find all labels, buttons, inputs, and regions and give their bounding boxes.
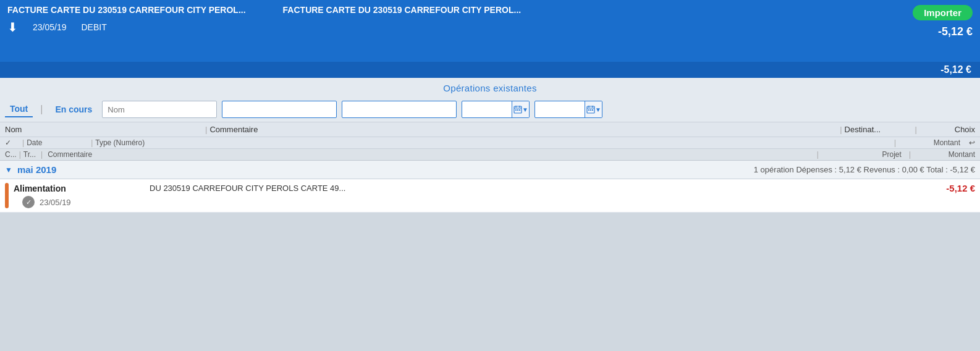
svg-rect-13: [592, 109, 593, 111]
month-label: mai 2019: [17, 164, 56, 175]
col-comment-sub-header: Commentaire: [48, 150, 814, 159]
pipe2: |: [205, 125, 207, 134]
col-c-header: C...: [5, 150, 17, 159]
col-date-header: Date: [27, 138, 88, 147]
date2-dropdown-icon: ▼: [595, 106, 601, 113]
pipe7: |: [894, 138, 896, 147]
col-check-header: ✓: [5, 138, 20, 147]
header-title1: FACTURE CARTE DU 230519 CARREFOUR CITY P…: [7, 5, 246, 15]
pipe10: |: [817, 150, 819, 159]
svg-rect-6: [519, 109, 520, 111]
date1-wrapper: 28/04/19 ▼: [462, 101, 530, 118]
col-nom-header: Nom: [5, 125, 203, 134]
date1-filter-input[interactable]: 28/04/19: [462, 103, 512, 117]
table-header-row3: C... | Tr... | Commentaire | Projet | Mo…: [0, 149, 980, 161]
header-right: Importer -5,12 €: [913, 5, 973, 38]
col-montant-header3: Montant: [913, 150, 975, 159]
header-left: FACTURE CARTE DU 230519 CARREFOUR CITY P…: [7, 5, 913, 35]
operations-header: Opérations existantes: [0, 78, 980, 97]
date1-dropdown-icon: ▼: [522, 106, 528, 113]
category-color-bar: [5, 183, 9, 208]
date2-calendar-button[interactable]: ▼: [585, 101, 602, 117]
month-chevron-icon[interactable]: ▼: [5, 166, 12, 174]
transaction-content: Alimentation DU 230519 CARREFOUR CITY PE…: [5, 183, 975, 208]
top-header: FACTURE CARTE DU 230519 CARREFOUR CITY P…: [0, 0, 980, 62]
svg-rect-4: [515, 109, 517, 111]
table-header-row1: Nom | Commentaire | Destinat... | Choix: [0, 122, 980, 137]
header-title2: FACTURE CARTE DU 230519 CARREFOUR CITY P…: [283, 5, 522, 15]
pipe6: |: [91, 138, 93, 147]
col-comment-header: Commentaire: [209, 125, 837, 134]
transaction-bottom: ✓ 23/05/19: [14, 196, 975, 208]
header-amount: -5,12 €: [938, 25, 973, 38]
transaction-row[interactable]: Alimentation DU 230519 CARREFOUR CITY PE…: [0, 179, 980, 213]
total-row: -5,12 €: [0, 62, 980, 78]
nom-filter-input[interactable]: [102, 101, 217, 118]
import-button[interactable]: Importer: [913, 5, 973, 20]
transaction-check-icon[interactable]: ✓: [22, 196, 35, 208]
download-icon: ⬇: [7, 20, 18, 35]
transaction-top: Alimentation DU 230519 CARREFOUR CITY PE…: [14, 183, 975, 193]
amount1-filter-input[interactable]: -5,12: [222, 101, 337, 118]
calendar2-icon: [586, 105, 595, 114]
pipe8: |: [19, 150, 21, 159]
transaction-date: 23/05/19: [40, 198, 71, 207]
svg-rect-12: [590, 109, 591, 111]
subtitle-row: ⬇ 23/05/19 DEBIT: [7, 20, 913, 35]
pipe9: |: [41, 150, 43, 159]
date2-wrapper: 17/06/19 ▼: [534, 101, 602, 118]
header-type: DEBIT: [82, 22, 107, 32]
title-row: FACTURE CARTE DU 230519 CARREFOUR CITY P…: [7, 5, 913, 15]
sort-arrow-icon[interactable]: ↩: [960, 138, 975, 147]
filter-bar: Tout | En cours -5,12 -5,12 28/04/19 ▼ 1…: [0, 97, 980, 122]
tab-tout[interactable]: Tout: [5, 101, 33, 117]
col-type-header: Type (Numéro): [95, 138, 219, 147]
table-header-row2: ✓ | Date | Type (Numéro) | Montant ↩: [0, 137, 980, 149]
month-group-header: ▼ mai 2019 1 opération Dépenses : 5,12 €…: [0, 161, 980, 179]
svg-rect-11: [588, 109, 589, 111]
col-projet-header: Projet: [821, 150, 902, 159]
col-choix-header: Choix: [919, 125, 975, 134]
header-date: 23/05/19: [33, 22, 67, 32]
col-destinat-header: Destinat...: [845, 125, 913, 134]
pipe11: |: [909, 150, 911, 159]
pipe5: |: [22, 138, 24, 147]
date2-filter-input[interactable]: 17/06/19: [535, 103, 585, 117]
transaction-amount: -5,12 €: [919, 183, 975, 193]
tab-en-cours[interactable]: En cours: [50, 102, 97, 117]
pipe1: |: [40, 104, 43, 115]
amount2-filter-input[interactable]: -5,12: [342, 101, 457, 118]
total-amount: -5,12 €: [940, 64, 971, 75]
transaction-details: Alimentation DU 230519 CARREFOUR CITY PE…: [14, 183, 975, 208]
transaction-category: Alimentation: [14, 184, 137, 193]
month-stats: 1 opération Dépenses : 5,12 € Revenus : …: [61, 165, 975, 174]
transaction-comment: DU 230519 CARREFOUR CITY PEROLS CARTE 49…: [137, 184, 919, 193]
col-tr-header: Tr...: [23, 150, 36, 159]
col-montant-header2: Montant: [898, 138, 960, 147]
calendar1-icon: [513, 105, 522, 114]
operations-title: Opérations existantes: [443, 83, 536, 93]
pipe4: |: [915, 125, 917, 134]
svg-rect-5: [517, 109, 518, 111]
pipe3: |: [840, 125, 842, 134]
date1-calendar-button[interactable]: ▼: [512, 101, 529, 117]
